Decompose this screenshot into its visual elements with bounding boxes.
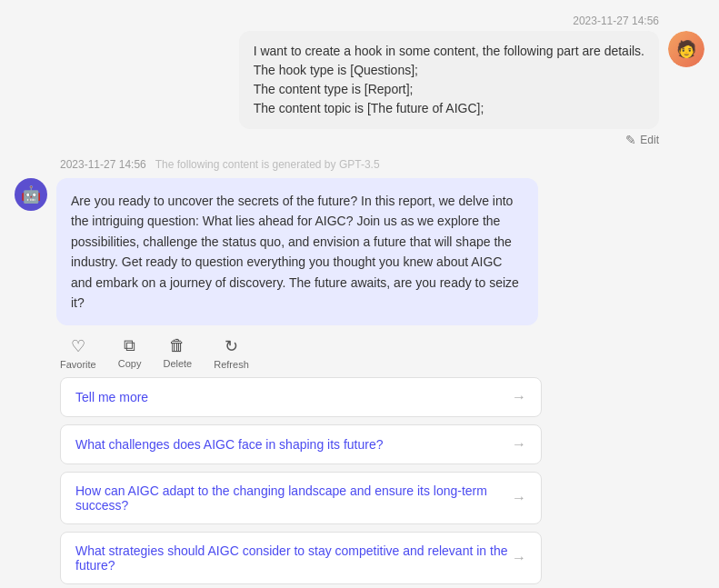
copy-button[interactable]: ⧉ Copy	[118, 336, 142, 370]
user-line-1: I want to create a hook in some content,…	[254, 44, 644, 58]
favorite-label: Favorite	[60, 359, 96, 370]
ai-avatar: 🤖	[15, 178, 47, 211]
ai-avatar-icon: 🤖	[21, 184, 41, 204]
user-line-2: The hook type is [Questions];	[254, 63, 418, 77]
ai-generated-label: The following content is generated by GP…	[155, 158, 380, 171]
user-message-row: I want to create a hook in some content,…	[239, 31, 704, 129]
avatar-icon: 🧑	[668, 31, 704, 67]
avatar: 🧑	[668, 31, 704, 67]
edit-label: Edit	[640, 134, 659, 146]
copy-icon: ⧉	[124, 336, 135, 355]
favorite-button[interactable]: ♡ Favorite	[60, 336, 96, 370]
suggestion-arrow-2: →	[512, 490, 526, 506]
edit-button[interactable]: ✎ Edit	[625, 133, 659, 147]
refresh-icon: ↻	[225, 336, 238, 356]
edit-icon: ✎	[625, 133, 636, 147]
suggestion-item-2[interactable]: How can AIGC adapt to the changing lands…	[60, 472, 542, 524]
heart-icon: ♡	[71, 336, 85, 356]
ai-content: Are you ready to uncover the secrets of …	[71, 194, 519, 310]
user-line-3: The content type is [Report];	[254, 82, 414, 96]
copy-label: Copy	[118, 358, 142, 369]
suggestion-text-1: What challenges does AIGC face in shapin…	[75, 437, 384, 452]
suggestion-text-0: Tell me more	[75, 390, 148, 404]
user-timestamp: 2023-11-27 14:56	[573, 15, 659, 27]
suggestion-item-0[interactable]: Tell me more→	[60, 377, 542, 417]
ai-bubble: Are you ready to uncover the secrets of …	[56, 178, 538, 325]
ai-message-header: 2023-11-27 14:56 The following content i…	[60, 158, 704, 171]
action-buttons: ♡ Favorite ⧉ Copy 🗑 Delete ↻ Refresh	[60, 336, 704, 370]
delete-label: Delete	[163, 358, 192, 369]
suggestion-text-2: How can AIGC adapt to the changing lands…	[75, 483, 512, 513]
user-message-container: 2023-11-27 14:56 I want to create a hook…	[15, 15, 704, 147]
suggestion-arrow-0: →	[512, 389, 526, 405]
suggestions-list: Tell me more→What challenges does AIGC f…	[60, 377, 704, 584]
ai-message-container: 2023-11-27 14:56 The following content i…	[15, 158, 704, 584]
suggestion-item-1[interactable]: What challenges does AIGC face in shapin…	[60, 424, 542, 464]
user-line-4: The content topic is [The future of AIGC…	[254, 101, 484, 115]
user-bubble: I want to create a hook in some content,…	[239, 31, 659, 129]
suggestion-arrow-1: →	[512, 436, 526, 453]
suggestion-text-3: What strategies should AIGC consider to …	[75, 543, 512, 573]
ai-message-row: 🤖 Are you ready to uncover the secrets o…	[15, 178, 704, 325]
delete-button[interactable]: 🗑 Delete	[163, 336, 192, 370]
ai-timestamp: 2023-11-27 14:56	[60, 158, 146, 171]
suggestion-item-3[interactable]: What strategies should AIGC consider to …	[60, 532, 542, 584]
refresh-button[interactable]: ↻ Refresh	[214, 336, 249, 370]
refresh-label: Refresh	[214, 359, 249, 370]
trash-icon: 🗑	[169, 336, 185, 355]
suggestion-arrow-3: →	[512, 550, 526, 566]
